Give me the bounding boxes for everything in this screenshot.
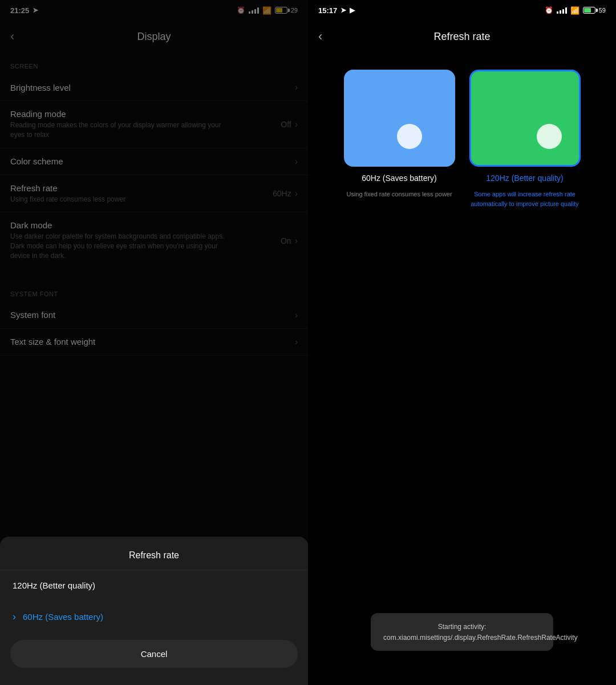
rate-card-120hz-dot	[537, 124, 562, 149]
right-wifi-icon: 📶	[570, 6, 579, 15]
left-panel: 21:25 ➤ ⏰ 📶 29 ‹ Display SCREEN Brightne…	[0, 0, 308, 685]
right-back-button[interactable]: ‹	[318, 29, 322, 44]
right-battery-icon	[583, 7, 595, 14]
right-battery-fill	[584, 8, 591, 13]
bottom-sheet-120hz-label: 120Hz (Better quality)	[13, 581, 95, 590]
right-status-right: ⏰ 📶 59	[545, 6, 606, 15]
bottom-sheet-cancel-label: Cancel	[141, 649, 168, 659]
right-panel: 15:17 ➤ ▶ ⏰ 📶 59 ‹ Refresh rate	[308, 0, 616, 685]
right-battery-pct: 59	[599, 7, 606, 14]
rate-option-60hz[interactable]: 60Hz (Saves battery) Using fixed rate co…	[342, 70, 456, 208]
bottom-sheet-60hz-label: 60Hz (Saves battery)	[23, 612, 103, 622]
right-page-title: Refresh rate	[433, 31, 490, 43]
rate-option-120hz[interactable]: 120Hz (Better quality) Some apps will in…	[468, 70, 582, 208]
activity-toast: Starting activity: com.xiaomi.misettings…	[371, 613, 553, 651]
activity-toast-text: Starting activity: com.xiaomi.misettings…	[383, 623, 578, 642]
rate-card-60hz	[344, 70, 455, 167]
bottom-sheet-cancel-button[interactable]: Cancel	[10, 640, 298, 668]
bottom-sheet: Refresh rate 120Hz (Better quality) › 60…	[0, 537, 308, 685]
bottom-sheet-120hz[interactable]: 120Hz (Better quality)	[0, 570, 308, 601]
refresh-rate-options: 60Hz (Saves battery) Using fixed rate co…	[308, 53, 616, 220]
rate-option-120hz-desc: Some apps will increase refresh rate aut…	[468, 190, 582, 208]
rate-option-60hz-title: 60Hz (Saves battery)	[362, 174, 437, 183]
right-signal-icon	[557, 7, 567, 14]
bottom-sheet-60hz[interactable]: › 60Hz (Saves battery)	[0, 601, 308, 633]
right-top-bar: ‹ Refresh rate	[308, 21, 616, 53]
rate-card-60hz-dot	[397, 124, 422, 149]
rate-option-120hz-title: 120Hz (Better quality)	[486, 174, 563, 183]
right-time: 15:17	[318, 6, 337, 15]
right-status-bar: 15:17 ➤ ▶ ⏰ 📶 59	[308, 0, 616, 21]
rate-card-120hz	[469, 70, 581, 167]
bottom-sheet-title: Refresh rate	[0, 548, 308, 570]
rate-option-60hz-desc: Using fixed rate consumes less power	[346, 190, 452, 199]
right-alarm-icon: ⏰	[545, 6, 553, 14]
right-status-left: 15:17 ➤ ▶	[318, 6, 355, 15]
right-youtube-icon: ▶	[350, 6, 355, 14]
right-nav-icon: ➤	[341, 6, 346, 14]
bottom-sheet-60hz-check: ›	[13, 611, 16, 623]
